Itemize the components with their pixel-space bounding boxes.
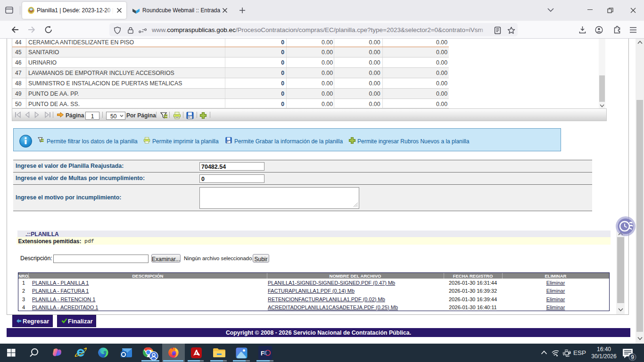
svg-text:9: 9 [631, 354, 634, 361]
